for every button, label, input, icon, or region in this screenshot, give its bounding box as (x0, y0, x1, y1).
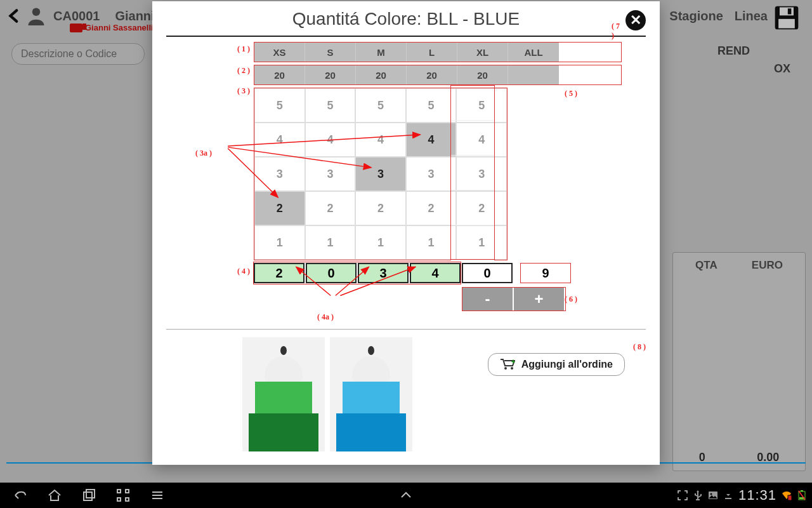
plus-minus: - + (462, 287, 566, 311)
grid-cell[interactable]: 5 (355, 88, 406, 123)
size-m[interactable]: M (356, 43, 407, 62)
svg-rect-18 (117, 498, 121, 501)
svg-rect-15 (86, 490, 95, 498)
stock-s: 20 (305, 65, 356, 84)
grid-cell[interactable]: 4 (355, 123, 406, 157)
ann-6: ( 6 ) (565, 295, 577, 304)
size-s[interactable]: S (305, 43, 356, 62)
minus-button[interactable]: - (462, 288, 513, 311)
grid-cell[interactable]: 2 (305, 191, 356, 225)
svg-rect-19 (126, 498, 129, 501)
nav-recent-icon[interactable] (81, 488, 96, 503)
total-l[interactable]: 4 (410, 263, 461, 283)
nav-expand-icon[interactable] (398, 488, 414, 503)
ann-5: ( 5 ) (565, 89, 577, 98)
grid-cell[interactable]: 3 (406, 157, 457, 191)
total-xl[interactable]: 0 (462, 263, 513, 283)
stock-l: 20 (407, 65, 457, 84)
wifi-icon (782, 490, 792, 500)
grid-cell[interactable]: 2 (355, 191, 406, 225)
svg-rect-16 (117, 490, 121, 493)
grid-cell[interactable]: 1 (355, 225, 406, 260)
total-sum: 9 (520, 263, 571, 283)
ann-4: ( 4 ) (237, 267, 250, 276)
grid-cell[interactable]: 5 (406, 88, 457, 123)
total-xs[interactable]: 2 (254, 263, 304, 283)
grid-cell[interactable]: 2 (254, 191, 305, 225)
stock-m: 20 (356, 65, 407, 84)
svg-point-12 (511, 367, 513, 370)
svg-text:+: + (511, 359, 515, 365)
grid-cell[interactable]: 3 (254, 157, 305, 191)
grid-cell[interactable]: 1 (406, 225, 457, 260)
grid-cell[interactable]: 5 (254, 88, 305, 123)
stock-all (508, 65, 559, 84)
stock-xs: 20 (254, 65, 305, 84)
grid-cell[interactable]: 3 (305, 157, 356, 191)
cart-plus-icon: + (500, 359, 515, 370)
download-icon (723, 490, 733, 500)
svg-point-11 (504, 367, 507, 370)
all-column (450, 85, 495, 260)
ann-4a: ( 4a ) (317, 312, 334, 322)
fullscreen-icon (678, 490, 688, 500)
thumbnail-green[interactable] (242, 337, 325, 451)
svg-point-24 (710, 493, 712, 495)
ann-3: ( 3 ) (237, 86, 250, 96)
grid-cell[interactable]: 5 (305, 88, 356, 123)
svg-rect-27 (801, 490, 803, 491)
size-xl[interactable]: XL (457, 43, 508, 62)
ann-3a: ( 3a ) (195, 149, 212, 158)
grid-cell[interactable]: 3 (355, 157, 406, 191)
ann-1: ( 1 ) (237, 44, 250, 54)
ann-2: ( 2 ) (237, 66, 250, 76)
totals-row: 2 0 3 4 0 9 (254, 263, 622, 283)
ann-7: ( 7 ) (612, 22, 622, 41)
plus-button[interactable]: + (514, 288, 564, 311)
size-l[interactable]: L (407, 43, 457, 62)
stock-row: 20 20 20 20 20 (254, 65, 622, 85)
android-nav-bar: 11:31 (0, 483, 812, 508)
battery-icon (797, 490, 807, 500)
product-thumbnails (166, 335, 646, 451)
svg-rect-17 (126, 490, 129, 493)
grid-cell[interactable]: 4 (254, 123, 305, 157)
grid-cell[interactable]: 1 (305, 225, 356, 260)
total-m[interactable]: 3 (358, 263, 409, 283)
grid-cell[interactable]: 4 (406, 123, 457, 157)
total-s[interactable]: 0 (306, 263, 357, 283)
quantity-dialog: ✕ Quantitá Colore: BLL - BLUE ( 1 ) ( 2 … (152, 1, 660, 465)
thumbnail-blue[interactable] (330, 337, 412, 451)
nav-screenshot-icon[interactable] (115, 488, 131, 503)
svg-rect-14 (84, 492, 92, 500)
nav-menu-icon[interactable] (150, 488, 165, 503)
size-xs[interactable]: XS (254, 43, 305, 62)
grid-cell[interactable]: 4 (305, 123, 356, 157)
add-to-order-button[interactable]: + Aggiungi all'ordine (488, 353, 625, 376)
close-button[interactable]: ✕ (625, 10, 646, 30)
nav-back-icon[interactable] (13, 488, 28, 503)
grid-cell[interactable]: 2 (406, 191, 457, 225)
add-to-order-label: Aggiungi all'ordine (521, 359, 613, 370)
grid-cell[interactable]: 1 (254, 225, 305, 260)
svg-rect-25 (788, 495, 792, 500)
ann-8: ( 8 ) (633, 342, 646, 352)
dialog-title: Quantitá Colore: BLL - BLUE (166, 5, 646, 36)
image-icon (708, 490, 718, 500)
usb-icon (693, 490, 703, 500)
size-header-row: XS S M L XL ALL (254, 42, 622, 62)
stock-xl: 20 (457, 65, 508, 84)
nav-home-icon[interactable] (47, 488, 62, 503)
size-all[interactable]: ALL (508, 43, 559, 62)
clock: 11:31 (738, 487, 776, 504)
